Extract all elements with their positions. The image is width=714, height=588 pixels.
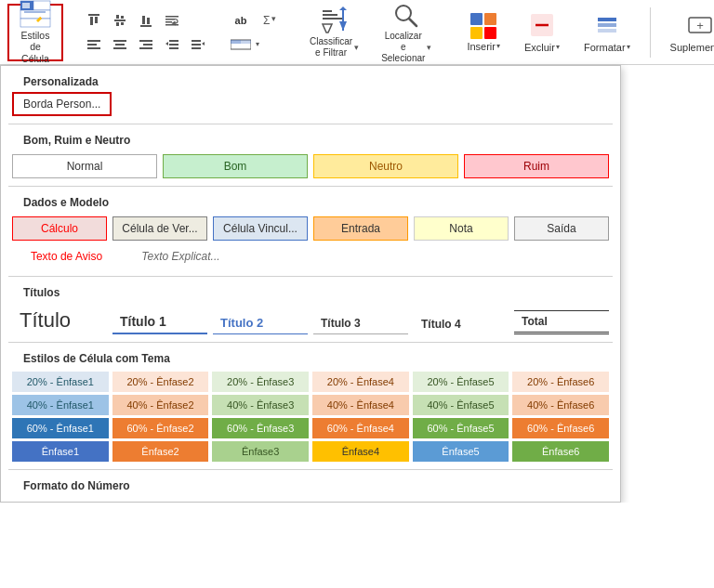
sort-filter-label: Classificar e Filtrar bbox=[310, 36, 352, 59]
tema-enfase-row: Ênfase1 Ênfase2 Ênfase3 Ênfase4 Ênfase5 … bbox=[12, 441, 609, 462]
t60-enfase2-button[interactable]: 60% - Ênfase2 bbox=[112, 418, 209, 438]
align-left-button[interactable] bbox=[82, 33, 106, 56]
svg-rect-32 bbox=[169, 40, 178, 42]
formatar-button[interactable]: Formatar ▾ bbox=[575, 6, 639, 59]
svg-text:Σ: Σ bbox=[263, 14, 270, 27]
align-right-button[interactable] bbox=[134, 33, 158, 56]
texto-aviso-style-button[interactable]: Texto de Aviso bbox=[12, 244, 121, 268]
ruim-style-button[interactable]: Ruim bbox=[464, 154, 609, 178]
sort-chevron: ▾ bbox=[354, 43, 359, 52]
align-middle-button[interactable] bbox=[108, 9, 132, 32]
svg-rect-25 bbox=[87, 47, 100, 49]
svg-text:+: + bbox=[696, 19, 704, 33]
t60-enfase1-button[interactable]: 60% - Ênfase1 bbox=[12, 418, 109, 438]
merge-group: ab Σ▾ ▾ bbox=[229, 9, 283, 56]
merge-center-button[interactable] bbox=[229, 33, 253, 56]
merge-chevron[interactable]: ▾ bbox=[256, 40, 259, 48]
tema-40-row: 40% - Ênfase1 40% - Ênfase2 40% - Ênfase… bbox=[12, 395, 609, 415]
cell-style-button[interactable]: Estilos de Célula bbox=[7, 4, 63, 61]
excluir-icon bbox=[529, 12, 555, 40]
titulos-title: Títulos bbox=[12, 281, 609, 303]
align-top-button[interactable] bbox=[82, 9, 106, 32]
t20-enfase1-button[interactable]: 20% - Ênfase1 bbox=[12, 372, 109, 392]
titulo3-style-button[interactable]: Título 3 bbox=[313, 313, 408, 334]
titulo-style-button[interactable]: Título bbox=[12, 307, 107, 334]
svg-marker-51 bbox=[323, 24, 332, 33]
svg-rect-1 bbox=[33, 1, 50, 10]
find-icon bbox=[392, 1, 420, 29]
titulo4-style-button[interactable]: Título 4 bbox=[414, 314, 509, 334]
svg-rect-14 bbox=[121, 16, 124, 19]
nota-style-button[interactable]: Nota bbox=[414, 216, 509, 241]
find-chevron: ▾ bbox=[427, 43, 431, 52]
t60-enfase4-button[interactable]: 60% - Ênfase4 bbox=[312, 418, 409, 438]
merge-row1: ab Σ▾ bbox=[229, 9, 283, 32]
find-select-button[interactable]: Localizar e Selecionar ▾ bbox=[373, 6, 440, 59]
borda-person-button[interactable]: Borda Person... bbox=[12, 92, 112, 116]
texto-explic-style-button[interactable]: Texto Explicat... bbox=[126, 244, 235, 268]
tema-20-row: 20% - Ênfase1 20% - Ênfase2 20% - Ênfase… bbox=[12, 372, 609, 392]
te-enfase4-button[interactable]: Ênfase4 bbox=[312, 441, 409, 462]
separator5 bbox=[650, 7, 651, 58]
indent-decrease-button[interactable] bbox=[160, 33, 184, 56]
titulo1-style-button[interactable]: Título 1 bbox=[112, 310, 207, 334]
align-center-button[interactable] bbox=[108, 33, 132, 56]
t20-enfase3-button[interactable]: 20% - Ênfase3 bbox=[212, 372, 309, 392]
t20-enfase6-button[interactable]: 20% - Ênfase6 bbox=[512, 372, 609, 392]
sort-filter-button[interactable]: Classificar e Filtrar ▾ bbox=[301, 6, 367, 59]
alignment-group bbox=[82, 9, 210, 56]
normal-style-button[interactable]: Normal bbox=[12, 154, 157, 178]
suplementos-icon: + bbox=[687, 12, 713, 40]
svg-rect-3 bbox=[20, 19, 50, 27]
total-style-button[interactable]: Total bbox=[514, 310, 609, 334]
t40-enfase1-button[interactable]: 40% - Ênfase1 bbox=[12, 395, 109, 415]
te-enfase3-button[interactable]: Ênfase3 bbox=[212, 441, 309, 462]
t40-enfase6-button[interactable]: 40% - Ênfase6 bbox=[512, 395, 609, 415]
excluir-button[interactable]: Excluir ▾ bbox=[516, 6, 568, 59]
t60-enfase6-button[interactable]: 60% - Ênfase6 bbox=[512, 418, 609, 438]
bom-style-button[interactable]: Bom bbox=[163, 154, 308, 178]
wrap-text-button[interactable] bbox=[160, 9, 184, 32]
t60-enfase3-button[interactable]: 60% - Ênfase3 bbox=[212, 418, 309, 438]
saida-style-button[interactable]: Saída bbox=[514, 216, 609, 241]
inserir-button[interactable]: Inserir ▾ bbox=[458, 6, 509, 59]
t40-enfase3-button[interactable]: 40% - Ênfase3 bbox=[212, 395, 309, 415]
svg-rect-45 bbox=[323, 10, 332, 12]
t20-enfase5-button[interactable]: 20% - Ênfase5 bbox=[413, 372, 509, 392]
te-enfase6-button[interactable]: Ênfase6 bbox=[512, 441, 609, 462]
svg-rect-43 bbox=[231, 40, 241, 44]
suplementos-button[interactable]: + Suplementos bbox=[662, 6, 714, 59]
svg-rect-15 bbox=[121, 22, 124, 25]
inserir-chevron: ▾ bbox=[496, 42, 500, 50]
ab-button[interactable]: ab bbox=[229, 9, 253, 32]
dados-spacer bbox=[241, 244, 609, 268]
dados-title: Dados e Modelo bbox=[12, 190, 609, 213]
celula-ver-style-button[interactable]: Célula de Ver... bbox=[112, 216, 207, 241]
t20-enfase2-button[interactable]: 20% - Ênfase2 bbox=[112, 372, 209, 392]
cell-style-label: Estilos de Célula bbox=[17, 30, 54, 65]
number-format-button[interactable]: Σ▾ bbox=[258, 9, 283, 32]
te-enfase2-button[interactable]: Ênfase2 bbox=[112, 441, 209, 462]
svg-rect-38 bbox=[192, 47, 201, 49]
svg-rect-21 bbox=[165, 21, 172, 23]
formatar-icon bbox=[594, 12, 620, 40]
neutro-style-button[interactable]: Neutro bbox=[313, 154, 458, 178]
t40-enfase5-button[interactable]: 40% - Ênfase5 bbox=[413, 395, 509, 415]
t40-enfase4-button[interactable]: 40% - Ênfase4 bbox=[312, 395, 409, 415]
t40-enfase2-button[interactable]: 40% - Ênfase2 bbox=[112, 395, 209, 415]
entrada-style-button[interactable]: Entrada bbox=[313, 216, 408, 241]
te-enfase1-button[interactable]: Ênfase1 bbox=[12, 441, 109, 462]
calculo-style-button[interactable]: Cálculo bbox=[12, 216, 107, 241]
t60-enfase5-button[interactable]: 60% - Ênfase5 bbox=[413, 418, 509, 438]
align-bottom-button[interactable] bbox=[134, 9, 158, 32]
indent-increase-button[interactable] bbox=[186, 33, 210, 56]
te-enfase5-button[interactable]: Ênfase5 bbox=[413, 441, 509, 462]
celula-vincul-style-button[interactable]: Célula Vincul... bbox=[213, 216, 308, 241]
svg-rect-31 bbox=[139, 47, 152, 49]
svg-rect-16 bbox=[140, 25, 152, 27]
excluir-chevron: ▾ bbox=[556, 43, 560, 51]
svg-rect-13 bbox=[116, 22, 119, 26]
svg-rect-10 bbox=[95, 17, 98, 23]
titulo2-style-button[interactable]: Título 2 bbox=[213, 312, 308, 334]
t20-enfase4-button[interactable]: 20% - Ênfase4 bbox=[312, 372, 409, 392]
